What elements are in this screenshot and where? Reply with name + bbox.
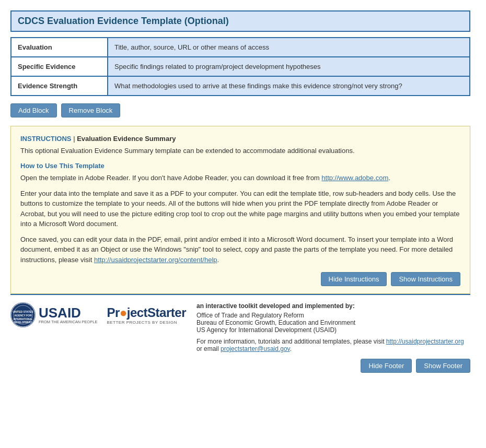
footer-logos: UNITED STATES AGENCY FOR INTERNATIONAL D… — [10, 302, 186, 327]
table-row: Specific Evidence Specific findings rela… — [11, 57, 470, 76]
table-label-2: Evidence Strength — [11, 76, 108, 96]
usaid-tagline: FROM THE AMERICAN PEOPLE — [39, 320, 97, 324]
footer-org1: Office of Trade and Regulatory Reform — [196, 312, 470, 319]
svg-text:AGENCY FOR: AGENCY FOR — [14, 314, 32, 317]
footer-org2: Bureau of Economic Growth, Education and… — [196, 319, 470, 326]
svg-text:INTERNATIONAL: INTERNATIONAL — [14, 318, 33, 321]
table-label-1: Specific Evidence — [11, 57, 108, 76]
table-label-0: Evaluation — [11, 38, 108, 57]
hide-instructions-button[interactable]: Hide Instructions — [321, 272, 387, 286]
instructions-label: INSTRUCTIONS — [20, 135, 72, 143]
projectstarter-logo: Pr●jectStarter BETTER PROJECTS BY DESIGN — [107, 305, 186, 325]
svg-text:UNITED STATES: UNITED STATES — [13, 310, 34, 313]
footer-tagline: an interactive toolkit developed and imp… — [196, 302, 470, 310]
show-instructions-button[interactable]: Show Instructions — [391, 272, 460, 286]
remove-block-button[interactable]: Remove Block — [61, 103, 121, 117]
footer-email-link[interactable]: projectstarter@usaid.gov — [221, 345, 290, 352]
instructions-box: INSTRUCTIONS | Evaluation Evidence Summa… — [10, 126, 470, 294]
ps-logo-sub: BETTER PROJECTS BY DESIGN — [107, 320, 177, 325]
usaid-logo: UNITED STATES AGENCY FOR INTERNATIONAL D… — [10, 302, 97, 327]
instructions-para-2: Enter your data into the template and sa… — [20, 188, 460, 229]
footer-ps-link[interactable]: http://usaidprojectstarter.org — [386, 338, 464, 345]
instructions-header: INSTRUCTIONS | Evaluation Evidence Summa… — [20, 135, 460, 143]
usaid-seal: UNITED STATES AGENCY FOR INTERNATIONAL D… — [10, 302, 36, 327]
usaid-text: USAID FROM THE AMERICAN PEOPLE — [39, 306, 97, 324]
footer-content: UNITED STATES AGENCY FOR INTERNATIONAL D… — [10, 302, 470, 352]
evidence-table: Evaluation Title, author, source, URL or… — [10, 37, 470, 96]
show-footer-button[interactable]: Show Footer — [416, 359, 470, 373]
instructions-subtitle: This optional Evaluation Evidence Summar… — [20, 147, 460, 155]
table-value-0: Title, author, source, URL or other mean… — [108, 38, 470, 57]
hide-footer-button[interactable]: Hide Footer — [361, 359, 412, 373]
svg-text:DEVELOPMENT: DEVELOPMENT — [14, 321, 32, 324]
table-value-2: What methodologies used to arrive at the… — [108, 76, 470, 96]
ps-logo-text: Pr●jectStarter — [107, 305, 186, 320]
footer-more-info: For more information, tutorials and addi… — [196, 338, 470, 352]
adobe-link[interactable]: http://www.adobe.com — [321, 174, 388, 182]
footer-info: an interactive toolkit developed and imp… — [196, 302, 470, 352]
add-block-button[interactable]: Add Block — [10, 103, 57, 117]
table-row: Evidence Strength What methodologies use… — [11, 76, 470, 96]
block-buttons-row: Add Block Remove Block — [10, 103, 470, 117]
footer-section: UNITED STATES AGENCY FOR INTERNATIONAL D… — [10, 294, 470, 378]
footer-org3: US Agency for International Development … — [196, 326, 470, 334]
table-value-1: Specific findings related to program/pro… — [108, 57, 470, 76]
help-link[interactable]: http://usaidprojectstarter.org/content/h… — [94, 256, 217, 264]
instructions-para-3: Once saved, you can edit your data in th… — [20, 234, 460, 265]
table-row: Evaluation Title, author, source, URL or… — [11, 38, 470, 57]
footer-buttons-row: Hide Footer Show Footer — [10, 359, 470, 373]
how-to-title: How to Use This Template — [20, 162, 460, 170]
usaid-name: USAID — [39, 306, 97, 320]
instructions-para-1: Open the template in Adobe Reader. If yo… — [20, 173, 460, 183]
page-title: CDCS Evaluation Evidence Template (Optio… — [10, 10, 470, 32]
instructions-buttons-row: Hide Instructions Show Instructions — [20, 272, 460, 286]
instructions-title: Evaluation Evidence Summary — [77, 135, 176, 143]
